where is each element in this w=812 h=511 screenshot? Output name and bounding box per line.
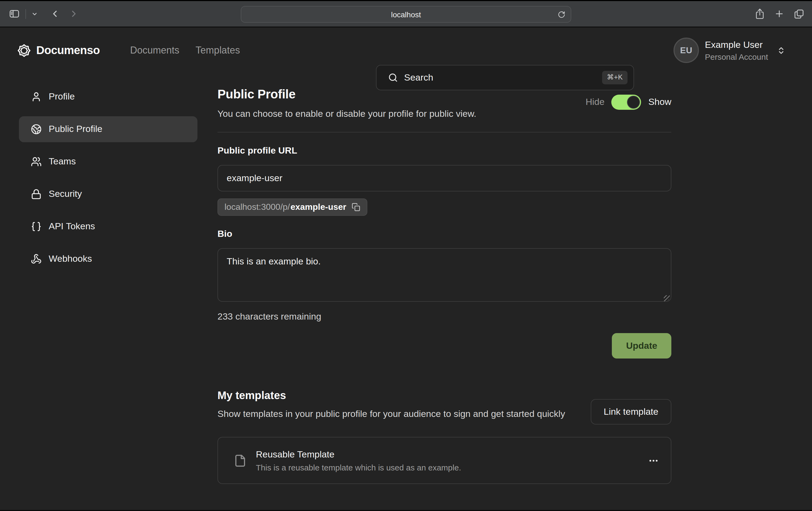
search-input[interactable]: Search ⌘+K bbox=[376, 65, 634, 90]
back-arrow-icon[interactable] bbox=[50, 9, 60, 19]
settings-sidebar: Profile Public Profile Teams bbox=[19, 73, 198, 484]
sidebar-item-api-tokens[interactable]: API Tokens bbox=[19, 214, 198, 240]
search-shortcut-badge: ⌘+K bbox=[602, 71, 628, 84]
sidebar-chevron-down-icon[interactable] bbox=[31, 10, 38, 17]
profile-link-prefix: localhost:3000/p/ bbox=[225, 202, 290, 212]
toggle-hide-label: Hide bbox=[586, 97, 605, 108]
search-placeholder: Search bbox=[404, 72, 602, 83]
users-icon bbox=[31, 156, 42, 167]
copy-icon[interactable] bbox=[352, 203, 360, 211]
public-profile-url-label: Public profile URL bbox=[218, 146, 671, 156]
update-row: Update bbox=[218, 333, 671, 359]
globe-icon bbox=[31, 124, 42, 134]
nav-templates[interactable]: Templates bbox=[196, 44, 240, 56]
browser-toolbar-left bbox=[9, 8, 79, 20]
user-menu[interactable]: EU Example User Personal Account bbox=[673, 37, 785, 63]
sidebar-item-profile[interactable]: Profile bbox=[19, 84, 198, 110]
profile-link-chip[interactable]: localhost:3000/p/ example-user bbox=[218, 199, 367, 216]
my-templates-description: Show templates in your public profile fo… bbox=[218, 407, 591, 421]
share-icon[interactable] bbox=[755, 8, 765, 20]
search-icon bbox=[388, 72, 398, 83]
template-actions-menu-icon[interactable] bbox=[648, 455, 659, 466]
user-account-type: Personal Account bbox=[705, 52, 768, 61]
sidebar-toggle-icon[interactable] bbox=[9, 8, 20, 20]
sidebar-item-webhooks[interactable]: Webhooks bbox=[19, 246, 198, 272]
forward-arrow-icon[interactable] bbox=[69, 9, 79, 19]
link-template-button[interactable]: Link template bbox=[591, 399, 671, 424]
braces-icon bbox=[31, 221, 42, 232]
sidebar-item-label: Security bbox=[49, 189, 82, 200]
template-card-texts: Reusable Template This is a reusable tem… bbox=[256, 449, 461, 472]
profile-link-slug: example-user bbox=[290, 202, 346, 212]
user-icon bbox=[31, 91, 42, 102]
template-card[interactable]: Reusable Template This is a reusable tem… bbox=[218, 437, 671, 484]
sidebar-item-label: Teams bbox=[49, 156, 76, 167]
documenso-logo-icon bbox=[17, 43, 31, 58]
bio-wrap: This is an example bio. bbox=[218, 240, 671, 304]
profile-visibility-toggle-row: Hide Show bbox=[586, 95, 671, 110]
history-arrows bbox=[50, 9, 79, 19]
tab-overview-icon[interactable] bbox=[793, 8, 805, 19]
user-texts: Example User Personal Account bbox=[705, 39, 768, 61]
address-bar[interactable]: localhost bbox=[241, 6, 571, 23]
browser-toolbar: localhost bbox=[0, 1, 812, 28]
template-title: Reusable Template bbox=[256, 449, 461, 460]
template-description: This is a reusable template which is use… bbox=[256, 463, 461, 472]
page-description: You can choose to enable or disable your… bbox=[218, 109, 671, 120]
profile-visibility-switch[interactable] bbox=[612, 95, 641, 110]
sidebar-item-label: API Tokens bbox=[49, 221, 95, 232]
main-panel: Public Profile You can choose to enable … bbox=[218, 73, 671, 484]
sidebar-item-label: Profile bbox=[49, 91, 75, 102]
browser-toolbar-right bbox=[755, 1, 805, 27]
top-nav: Documents Templates bbox=[130, 44, 240, 56]
brand-name: Documenso bbox=[36, 44, 100, 57]
app-header: Documenso Documents Templates Search ⌘+K… bbox=[0, 28, 812, 73]
lock-icon bbox=[31, 189, 42, 200]
webhook-icon bbox=[31, 253, 42, 264]
user-name: Example User bbox=[705, 39, 768, 50]
app-page: Documenso Documents Templates Search ⌘+K… bbox=[0, 28, 812, 510]
update-button[interactable]: Update bbox=[612, 333, 671, 359]
toggle-show-label: Show bbox=[648, 97, 671, 108]
bio-textarea[interactable]: This is an example bio. bbox=[218, 248, 671, 302]
avatar: EU bbox=[673, 37, 699, 63]
switch-knob bbox=[627, 96, 640, 109]
nav-documents[interactable]: Documents bbox=[130, 44, 179, 56]
brand[interactable]: Documenso bbox=[17, 43, 100, 58]
chevrons-up-down-icon bbox=[777, 46, 785, 55]
reload-icon[interactable] bbox=[558, 10, 565, 18]
bio-label: Bio bbox=[218, 229, 671, 240]
public-profile-url-input[interactable] bbox=[218, 165, 671, 191]
my-templates-head: My templates Show templates in your publ… bbox=[218, 389, 671, 421]
screen: localhost bbox=[0, 0, 812, 511]
sidebar-item-public-profile[interactable]: Public Profile bbox=[19, 116, 198, 142]
file-icon bbox=[234, 453, 247, 468]
address-bar-url: localhost bbox=[391, 10, 421, 19]
content: Profile Public Profile Teams bbox=[0, 73, 812, 484]
sidebar-item-security[interactable]: Security bbox=[19, 181, 198, 207]
sidebar-item-label: Webhooks bbox=[49, 253, 92, 264]
public-profile-section-head: Public Profile You can choose to enable … bbox=[218, 87, 671, 120]
section-divider bbox=[218, 132, 671, 132]
toolbar-divider bbox=[25, 9, 26, 19]
characters-remaining: 233 characters remaining bbox=[218, 311, 671, 322]
new-tab-plus-icon[interactable] bbox=[774, 9, 784, 19]
sidebar-item-label: Public Profile bbox=[49, 124, 102, 134]
sidebar-item-teams[interactable]: Teams bbox=[19, 149, 198, 175]
